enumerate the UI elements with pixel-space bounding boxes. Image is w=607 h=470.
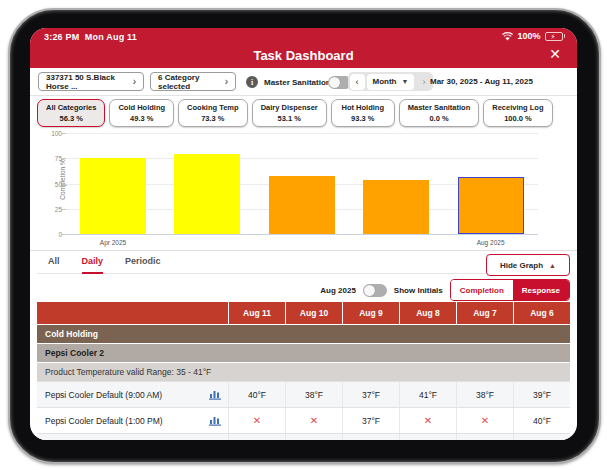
tablet-frame: 3:26 PM Mon Aug 11 100% ⚡ Task Dashboard… bbox=[8, 8, 601, 464]
y-tick-label: 100 bbox=[51, 130, 62, 137]
y-tick-label: 25 bbox=[55, 206, 62, 213]
date-range-label: Mar 30, 2025 - Aug 11, 2025 bbox=[430, 77, 533, 86]
period-selector-group: ‹ Month ▼ › bbox=[348, 72, 433, 91]
tab-all[interactable]: All bbox=[48, 256, 60, 274]
bar-slot bbox=[66, 133, 160, 234]
card-label: Hot Holding bbox=[342, 103, 385, 112]
divider bbox=[30, 250, 577, 251]
bar-jul-2025[interactable] bbox=[363, 180, 429, 234]
category-card-all-categories[interactable]: All Categories56.3 % bbox=[37, 99, 105, 127]
y-tick-label: 0 bbox=[58, 231, 62, 238]
category-card-dairy-dispenser[interactable]: Dairy Dispenser53.1 % bbox=[252, 99, 327, 127]
chart-plot-area: 0255075100Apr 2025Aug 2025 bbox=[66, 133, 538, 234]
temperature-cell[interactable]: 38°F bbox=[285, 382, 342, 407]
bar-chart-icon[interactable] bbox=[209, 389, 222, 400]
show-initials-label: Show Initials bbox=[394, 286, 443, 295]
card-value: 100.0 % bbox=[504, 114, 532, 123]
task-name-label: Pepsi Cooler Default (9:00 AM) bbox=[45, 390, 162, 400]
missed-reading-cell[interactable]: ✕ bbox=[456, 434, 513, 440]
card-value: 73.3 % bbox=[201, 114, 224, 123]
table-month-label: Aug 2025 bbox=[320, 286, 356, 295]
temperature-cell[interactable]: 40°F bbox=[513, 408, 570, 433]
task-table: Aug 11Aug 10Aug 9Aug 8Aug 7Aug 6 Cold Ho… bbox=[37, 302, 570, 440]
status-time: 3:26 PM bbox=[44, 32, 79, 42]
completion-response-switch: Completion Response bbox=[450, 279, 570, 301]
card-label: Dairy Dispenser bbox=[261, 103, 318, 112]
show-initials-toggle[interactable] bbox=[363, 284, 387, 297]
chevron-right-icon: › bbox=[133, 76, 136, 87]
bar-chart-icon[interactable] bbox=[209, 415, 222, 426]
bar-slot bbox=[444, 133, 538, 234]
tab-periodic[interactable]: Periodic bbox=[125, 256, 161, 274]
period-dropdown[interactable]: Month ▼ bbox=[367, 74, 415, 90]
bar-jun-2025[interactable] bbox=[269, 176, 335, 234]
card-label: Master Sanitation bbox=[408, 103, 471, 112]
completion-button[interactable]: Completion bbox=[451, 280, 513, 300]
hide-graph-label: Hide Graph bbox=[500, 261, 543, 270]
category-selector-button[interactable]: 6 Category selected› bbox=[150, 72, 236, 91]
prev-period-button[interactable]: ‹ bbox=[350, 74, 365, 90]
task-name-label: Pepsi Cooler Default (1:00 PM) bbox=[45, 416, 163, 426]
tab-daily[interactable]: Daily bbox=[82, 256, 104, 274]
category-card-hot-holding[interactable]: Hot Holding93.3 % bbox=[331, 99, 395, 127]
category-card-receiving-log[interactable]: Receiving Log100.0 % bbox=[483, 99, 552, 127]
bar-slot bbox=[349, 133, 443, 234]
table-category-row[interactable]: Cold Holding bbox=[37, 324, 570, 343]
chevron-up-icon: ▲ bbox=[549, 262, 556, 269]
page-title: Task Dashboard bbox=[30, 48, 577, 63]
category-card-master-sanitation[interactable]: Master Sanitation0.0 % bbox=[399, 99, 480, 127]
tabs: AllDailyPeriodic bbox=[48, 256, 161, 274]
temperature-cell[interactable]: 41°F bbox=[399, 382, 456, 407]
temperature-cell[interactable]: 39°F bbox=[513, 434, 570, 440]
table-group-row[interactable]: Pepsi Cooler 2 bbox=[37, 343, 570, 362]
gridline bbox=[66, 234, 538, 235]
card-value: 53.1 % bbox=[278, 114, 301, 123]
completion-bar-chart: Completion % 0255075100Apr 2025Aug 2025 bbox=[30, 130, 577, 250]
close-icon[interactable]: ✕ bbox=[549, 46, 561, 62]
top-bar: 3:26 PM Mon Aug 11 100% ⚡ Task Dashboard… bbox=[30, 28, 577, 68]
card-label: All Categories bbox=[46, 103, 96, 112]
info-icon[interactable]: i bbox=[246, 76, 258, 88]
filter-row: 337371 50 S.Black Horse ...› 6 Category … bbox=[30, 68, 577, 96]
table-controls: Aug 2025 Show Initials Completion Respon… bbox=[320, 280, 570, 300]
store-selector-button[interactable]: 337371 50 S.Black Horse ...› bbox=[38, 72, 144, 91]
temperature-cell[interactable]: 38°F bbox=[399, 434, 456, 440]
status-time-date: 3:26 PM Mon Aug 11 bbox=[44, 32, 137, 42]
battery-icon: ⚡ bbox=[545, 32, 566, 41]
temperature-cell[interactable]: 37°F bbox=[342, 408, 399, 433]
task-name-cell: Pepsi Cooler Default (1:00 PM) bbox=[37, 408, 228, 433]
temperature-cell[interactable]: 37°F bbox=[342, 382, 399, 407]
y-tick-label: 75 bbox=[55, 155, 62, 162]
temperature-cell[interactable]: 40°F bbox=[228, 382, 285, 407]
bar-slot bbox=[255, 133, 349, 234]
card-label: Cooking Temp bbox=[187, 103, 239, 112]
battery-percent: 100% bbox=[517, 31, 540, 41]
response-button[interactable]: Response bbox=[513, 280, 569, 300]
card-label: Cold Holding bbox=[118, 103, 165, 112]
missed-reading-cell[interactable]: ✕ bbox=[228, 434, 285, 440]
category-card-cooking-temp[interactable]: Cooking Temp73.3 % bbox=[178, 99, 248, 127]
table-header-col: Aug 10 bbox=[285, 302, 342, 324]
task-name-cell: Pepsi Cooler Default (9:00 AM) bbox=[37, 382, 228, 407]
missed-reading-cell[interactable]: ✕ bbox=[399, 408, 456, 433]
bar-may-2025[interactable] bbox=[174, 154, 240, 234]
temperature-cell[interactable]: 38°F bbox=[456, 382, 513, 407]
missed-reading-cell[interactable]: ✕ bbox=[228, 408, 285, 433]
missed-reading-cell[interactable]: ✕ bbox=[456, 408, 513, 433]
hide-graph-button[interactable]: Hide Graph ▲ bbox=[486, 254, 570, 276]
status-date: Mon Aug 11 bbox=[85, 32, 137, 42]
missed-reading-cell[interactable]: ✕ bbox=[285, 408, 342, 433]
y-tick-label: 50 bbox=[55, 181, 62, 188]
table-header-col: Aug 7 bbox=[456, 302, 513, 324]
x-tick-label: Apr 2025 bbox=[66, 239, 160, 246]
category-card-cold-holding[interactable]: Cold Holding49.3 % bbox=[109, 99, 174, 127]
master-sanitation-label: Master Sanitation bbox=[264, 78, 331, 87]
bar-slot bbox=[160, 133, 254, 234]
missed-reading-cell[interactable]: ✕ bbox=[285, 434, 342, 440]
table-header-name-cell bbox=[37, 302, 228, 324]
bar-aug-2025[interactable] bbox=[458, 177, 524, 234]
temperature-cell[interactable]: 39°F bbox=[513, 382, 570, 407]
task-name-cell: Pepsi Cooler Default (5:00 PM) bbox=[37, 434, 228, 440]
bar-apr-2025[interactable] bbox=[80, 158, 146, 234]
missed-reading-cell[interactable]: ✕ bbox=[342, 434, 399, 440]
